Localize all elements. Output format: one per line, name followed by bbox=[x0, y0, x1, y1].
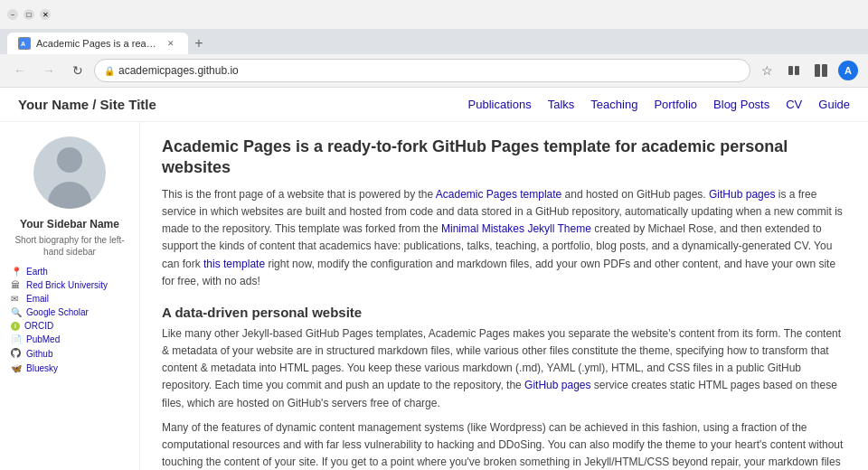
email-icon: ✉ bbox=[11, 294, 22, 304]
close-button[interactable]: ✕ bbox=[40, 9, 51, 20]
page-title: Academic Pages is a ready-to-fork GitHub… bbox=[162, 136, 846, 179]
tab-close-button[interactable]: ✕ bbox=[165, 37, 177, 50]
para1-mid: and hosted on GitHub pages. bbox=[561, 188, 709, 201]
contact-earth: 📍 Earth bbox=[11, 267, 128, 277]
forward-button[interactable]: → bbox=[36, 58, 61, 83]
orcid-icon: i bbox=[11, 322, 20, 331]
security-icon: 🔒 bbox=[104, 66, 115, 76]
nav-teaching[interactable]: Teaching bbox=[590, 98, 637, 111]
site-title[interactable]: Your Name / Site Title bbox=[18, 97, 156, 112]
tab-title: Academic Pages is a ready-to-f... bbox=[36, 38, 159, 49]
main-content: Academic Pages is a ready-to-fork GitHub… bbox=[140, 122, 868, 470]
toolbar-icons: ☆ A bbox=[754, 58, 861, 83]
sidebar-bio: Short biography for the left-hand sideba… bbox=[11, 234, 128, 258]
active-tab[interactable]: A Academic Pages is a ready-to-f... ✕ bbox=[7, 33, 188, 54]
nav-talks[interactable]: Talks bbox=[548, 98, 575, 111]
maximize-button[interactable]: □ bbox=[24, 9, 34, 20]
contact-bluesky: 🦋 Bluesky bbox=[11, 363, 128, 373]
site-header: Your Name / Site Title Publications Talk… bbox=[0, 88, 868, 122]
contact-email: ✉ Email bbox=[11, 294, 128, 304]
contact-scholar-link[interactable]: Google Scholar bbox=[26, 307, 89, 317]
section2-title: A data-driven personal website bbox=[162, 305, 846, 320]
pubmed-icon: 📄 bbox=[11, 334, 22, 344]
browser-toolbar: ← → ↻ 🔒 academicpages.github.io ☆ A bbox=[0, 54, 868, 87]
github-pages-link2[interactable]: GitHub pages bbox=[524, 379, 590, 391]
sidebar-name: Your Sidebar Name bbox=[11, 218, 128, 230]
browser-chrome: － □ ✕ A Academic Pages is a ready-to-f..… bbox=[0, 0, 868, 88]
this-template-link[interactable]: this template bbox=[203, 258, 265, 270]
location-icon: 📍 bbox=[11, 267, 22, 277]
contact-university: 🏛 Red Brick University bbox=[11, 280, 128, 290]
back-button[interactable]: ← bbox=[7, 58, 33, 83]
bookmark-button[interactable]: ☆ bbox=[754, 58, 779, 83]
intro-paragraph: This is the front page of a website that… bbox=[162, 186, 846, 290]
address-text: academicpages.github.io bbox=[118, 64, 741, 77]
contact-pubmed: 📄 PubMed bbox=[11, 334, 128, 344]
sidebar-contact: 📍 Earth 🏛 Red Brick University ✉ Email 🔍… bbox=[11, 267, 128, 373]
contact-orcid-link[interactable]: ORCID bbox=[24, 321, 53, 331]
contact-scholar: 🔍 Google Scholar bbox=[11, 307, 128, 317]
profile-avatar: A bbox=[838, 61, 858, 80]
sidebar: Your Sidebar Name Short biography for th… bbox=[0, 122, 140, 470]
features-paragraph: Many of the features of dynamic content … bbox=[162, 419, 846, 470]
avatar bbox=[33, 136, 106, 209]
scholar-icon: 🔍 bbox=[11, 307, 22, 317]
svg-rect-3 bbox=[795, 66, 799, 75]
reading-mode-button[interactable] bbox=[781, 58, 807, 83]
window-controls: － □ ✕ bbox=[7, 9, 51, 20]
github-pages-link[interactable]: GitHub pages bbox=[709, 188, 775, 201]
para1-prefix: This is the front page of a website that… bbox=[162, 188, 436, 201]
tab-favicon: A bbox=[18, 37, 31, 50]
nav-guide[interactable]: Guide bbox=[818, 98, 850, 111]
nav-cv[interactable]: CV bbox=[786, 98, 802, 111]
nav-portfolio[interactable]: Portfolio bbox=[654, 98, 697, 111]
contact-earth-link[interactable]: Earth bbox=[26, 267, 48, 277]
split-view-button[interactable] bbox=[808, 58, 834, 83]
github-icon bbox=[11, 348, 22, 360]
minimal-mistakes-link[interactable]: Minimal Mistakes Jekyll Theme bbox=[441, 222, 591, 235]
svg-rect-5 bbox=[822, 64, 827, 77]
tab-bar: A Academic Pages is a ready-to-f... ✕ + bbox=[0, 29, 868, 54]
page-content: Your Name / Site Title Publications Talk… bbox=[0, 88, 868, 470]
avatar-person bbox=[33, 136, 106, 209]
contact-university-link[interactable]: Red Brick University bbox=[26, 280, 108, 290]
contact-github: Github bbox=[11, 348, 128, 360]
contact-bluesky-link[interactable]: Bluesky bbox=[26, 363, 58, 373]
main-layout: Your Sidebar Name Short biography for th… bbox=[0, 122, 868, 470]
contact-orcid: i ORCID bbox=[11, 321, 128, 331]
para3-text: Many of the features of dynamic content … bbox=[162, 421, 843, 470]
svg-rect-2 bbox=[788, 66, 793, 75]
avatar-body bbox=[48, 182, 91, 209]
new-tab-button[interactable]: + bbox=[188, 33, 210, 54]
profile-button[interactable]: A bbox=[835, 58, 861, 83]
nav-blog-posts[interactable]: Blog Posts bbox=[713, 98, 769, 111]
academic-pages-link[interactable]: Academic Pages template bbox=[436, 188, 561, 201]
data-driven-paragraph: Like many other Jekyll-based GitHub Page… bbox=[162, 325, 846, 412]
reload-button[interactable]: ↻ bbox=[65, 58, 90, 83]
university-icon: 🏛 bbox=[11, 280, 22, 290]
contact-github-link[interactable]: Github bbox=[26, 349, 52, 359]
site-nav: Publications Talks Teaching Portfolio Bl… bbox=[468, 98, 850, 111]
address-bar[interactable]: 🔒 academicpages.github.io bbox=[94, 59, 750, 82]
bluesky-icon: 🦋 bbox=[11, 363, 22, 373]
svg-rect-4 bbox=[815, 64, 820, 77]
contact-email-link[interactable]: Email bbox=[26, 294, 49, 304]
contact-pubmed-link[interactable]: PubMed bbox=[26, 334, 60, 344]
avatar-head bbox=[57, 147, 82, 173]
svg-text:A: A bbox=[21, 41, 25, 47]
title-bar: － □ ✕ bbox=[0, 0, 868, 29]
minimize-button[interactable]: － bbox=[7, 9, 18, 20]
nav-publications[interactable]: Publications bbox=[468, 98, 532, 111]
